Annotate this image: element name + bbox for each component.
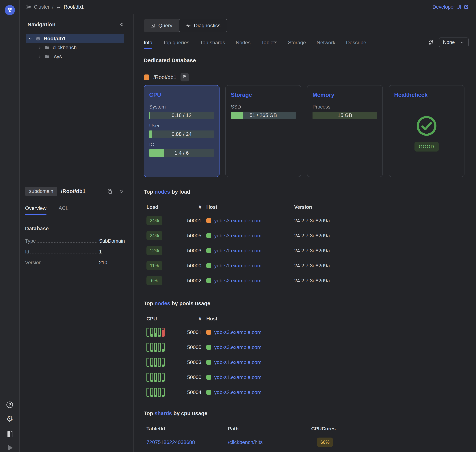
healthcheck-card-title: Healthcheck bbox=[394, 92, 459, 98]
expand-rail-icon[interactable] bbox=[7, 443, 13, 452]
chevron-down-icon[interactable] bbox=[28, 36, 33, 41]
entity-path: /Root/db1 bbox=[61, 188, 86, 194]
double-chevron-down-icon[interactable] bbox=[118, 188, 124, 194]
breadcrumb: Cluster / Root/db1 bbox=[26, 4, 84, 10]
tab-top-shards[interactable]: Top shards bbox=[200, 40, 225, 49]
tree-item-label: .sys bbox=[53, 54, 62, 60]
node-status-icon bbox=[206, 375, 211, 380]
tab-info[interactable]: Info bbox=[144, 40, 152, 49]
navigation-tree: Root/db1 clickbench .sys bbox=[20, 34, 134, 61]
settings-gear-icon[interactable]: ⚙ bbox=[6, 415, 13, 423]
chevron-right-icon[interactable] bbox=[37, 54, 42, 59]
breadcrumb-cluster[interactable]: Cluster bbox=[34, 4, 50, 10]
memory-process-bar: 15 GB bbox=[313, 112, 377, 119]
node-status-icon bbox=[206, 390, 211, 395]
top-nodes-by-load-title: Top nodes by load bbox=[144, 189, 469, 195]
host-link[interactable]: ydb-s3.example.com bbox=[214, 329, 261, 335]
ydb-logo-icon[interactable] bbox=[5, 5, 15, 15]
host-link[interactable]: ydb-s1.example.com bbox=[214, 248, 261, 254]
pool-usage-gauge bbox=[147, 328, 181, 337]
query-view-button[interactable]: Query bbox=[144, 19, 179, 32]
nodes-link[interactable]: nodes bbox=[154, 189, 170, 195]
autorefresh-select[interactable]: None bbox=[439, 38, 469, 47]
cpu-card[interactable]: CPU System 0.18 / 12 User 0.88 / 24 IC 1… bbox=[144, 85, 220, 177]
breadcrumb-separator: / bbox=[52, 4, 54, 10]
tree-item-label: clickbench bbox=[53, 45, 77, 51]
host-link[interactable]: ydb-s2.example.com bbox=[214, 278, 261, 284]
table-row: 50003 ydb-s1.example.com bbox=[144, 355, 291, 370]
app-rail: ⚙ bbox=[0, 0, 20, 452]
pulse-icon bbox=[186, 23, 191, 28]
host-link[interactable]: ydb-s3.example.com bbox=[214, 218, 261, 224]
node-status-icon bbox=[206, 278, 211, 283]
host-link[interactable]: ydb-s1.example.com bbox=[214, 359, 261, 365]
breadcrumb-current: Root/db1 bbox=[64, 4, 84, 10]
host-link[interactable]: ydb-s1.example.com bbox=[214, 374, 261, 380]
main-content: Query Diagnostics Info Top queries Top s… bbox=[134, 14, 476, 452]
field-id: Id 1 bbox=[25, 249, 130, 255]
tree-item-label: Root/db1 bbox=[44, 36, 66, 41]
tree-item-clickbench[interactable]: clickbench bbox=[26, 43, 124, 52]
shard-path-link[interactable]: /clickbench/hits bbox=[228, 439, 263, 445]
node-status-icon bbox=[206, 233, 211, 238]
pool-usage-gauge bbox=[147, 358, 181, 367]
nodes-link[interactable]: nodes bbox=[154, 300, 170, 306]
tab-overview[interactable]: Overview bbox=[25, 205, 47, 215]
tab-tablets[interactable]: Tablets bbox=[261, 40, 277, 49]
cpu-cores-badge: 66% bbox=[317, 438, 333, 447]
host-link[interactable]: ydb-s3.example.com bbox=[214, 233, 261, 239]
healthcheck-card[interactable]: Healthcheck GOOD bbox=[389, 85, 464, 177]
table-row: 11% 50000 ydb-s1.example.com 24.2.7.3e82… bbox=[144, 258, 366, 273]
node-status-icon bbox=[206, 218, 211, 223]
metric-label: IC bbox=[149, 142, 214, 147]
tab-storage[interactable]: Storage bbox=[288, 40, 306, 49]
metric-label: SSD bbox=[231, 104, 296, 110]
host-link[interactable]: ydb-s1.example.com bbox=[214, 263, 261, 269]
check-circle-icon bbox=[416, 115, 437, 137]
storage-card[interactable]: Storage SSD 51 / 265 GB bbox=[225, 85, 301, 177]
folder-icon bbox=[45, 45, 50, 50]
field-type: Type SubDomain bbox=[25, 238, 130, 244]
entity-row: /Root/db1 bbox=[144, 73, 469, 81]
collapse-panel-icon[interactable] bbox=[119, 22, 125, 27]
host-link[interactable]: ydb-s3.example.com bbox=[214, 344, 261, 350]
developer-ui-link[interactable]: Developer UI bbox=[432, 4, 469, 10]
field-version: Version 210 bbox=[25, 260, 130, 266]
top-header: Cluster / Root/db1 Developer UI bbox=[20, 0, 476, 14]
node-status-icon bbox=[206, 345, 211, 350]
developer-ui-label: Developer UI bbox=[432, 4, 461, 10]
chevron-down-icon bbox=[460, 40, 465, 45]
entity-status-icon bbox=[144, 74, 149, 80]
host-link[interactable]: ydb-s2.example.com bbox=[214, 389, 261, 395]
tab-network[interactable]: Network bbox=[316, 40, 335, 49]
cpu-card-title: CPU bbox=[149, 92, 214, 98]
help-icon[interactable] bbox=[6, 401, 13, 409]
memory-card[interactable]: Memory Process 15 GB bbox=[307, 85, 383, 177]
chevron-right-icon[interactable] bbox=[37, 45, 42, 50]
folder-icon bbox=[45, 54, 50, 59]
table-header: CPU # Host bbox=[144, 314, 291, 325]
node-status-icon bbox=[206, 263, 211, 268]
tablet-id-link[interactable]: 72075186224038688 bbox=[147, 439, 195, 445]
top-nodes-by-load-table: Load # Host Version 24% 50001 ydb-s3.exa… bbox=[144, 203, 469, 288]
tree-item-sys[interactable]: .sys bbox=[26, 52, 124, 61]
tab-nodes[interactable]: Nodes bbox=[236, 40, 250, 49]
terminal-icon bbox=[150, 23, 155, 28]
refresh-icon[interactable] bbox=[428, 39, 434, 46]
database-icon bbox=[35, 36, 41, 41]
cluster-icon bbox=[26, 4, 31, 10]
node-status-icon bbox=[206, 330, 211, 335]
tab-describe[interactable]: Describe bbox=[346, 40, 366, 49]
copy-icon[interactable] bbox=[107, 188, 113, 194]
top-shards-by-cpu-title: Top shards by cpu usage bbox=[144, 411, 469, 417]
autorefresh-value: None bbox=[443, 40, 455, 45]
query-view-label: Query bbox=[158, 23, 172, 28]
tree-item-root-db1[interactable]: Root/db1 bbox=[26, 34, 124, 43]
tab-acl[interactable]: ACL bbox=[59, 205, 68, 215]
copy-button[interactable] bbox=[181, 73, 189, 81]
shards-link[interactable]: shards bbox=[154, 411, 172, 416]
logout-door-icon[interactable] bbox=[6, 430, 13, 438]
table-row: 50005 ydb-s3.example.com bbox=[144, 340, 291, 355]
tab-top-queries[interactable]: Top queries bbox=[163, 40, 189, 49]
diagnostics-view-button[interactable]: Diagnostics bbox=[179, 19, 227, 32]
